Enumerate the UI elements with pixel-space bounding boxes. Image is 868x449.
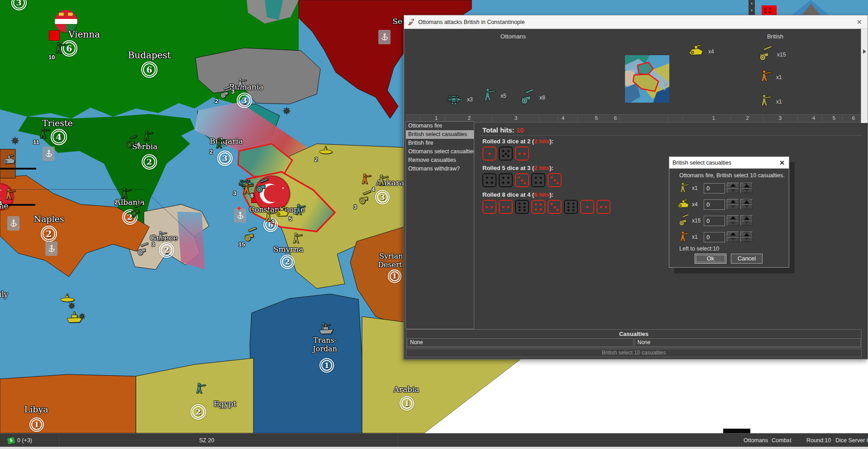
spin-min-button[interactable] bbox=[740, 237, 753, 242]
spin-down-button[interactable] bbox=[727, 221, 739, 226]
spin-min-button[interactable] bbox=[740, 204, 753, 209]
spinner-column bbox=[727, 199, 739, 210]
production-badge-value: 1 bbox=[392, 272, 397, 280]
battle-unit-inf: x1 bbox=[755, 93, 774, 110]
spin-min-button[interactable] bbox=[740, 188, 753, 193]
map-unit-inf[interactable]: 6 bbox=[138, 129, 156, 145]
port-cross-icon: ✚ bbox=[237, 205, 241, 212]
ruler-line bbox=[763, 115, 763, 122]
casualty-quantity-input[interactable] bbox=[704, 216, 725, 226]
ruler-number: 5 bbox=[595, 115, 598, 121]
map-unit-inf[interactable]: 4 bbox=[373, 173, 391, 190]
map-unit-inf[interactable] bbox=[288, 232, 305, 247]
die-1-hit bbox=[482, 147, 496, 161]
spin-down-button[interactable] bbox=[727, 204, 739, 209]
battle-unit-plane: x3 bbox=[443, 90, 465, 110]
unit-count: 6 bbox=[137, 141, 140, 148]
map-unit-inf[interactable] bbox=[191, 382, 208, 397]
cancel-button[interactable]: Cancel bbox=[731, 254, 763, 264]
die-pip bbox=[486, 181, 488, 184]
casualty-quantity-input[interactable] bbox=[704, 183, 725, 194]
map-scroll-chevrons[interactable]: ‹› bbox=[749, 0, 755, 15]
production-badge-value: 3 bbox=[16, 0, 22, 7]
die-pip bbox=[535, 203, 537, 206]
spin-max-button[interactable] bbox=[740, 199, 753, 204]
die-pip bbox=[507, 177, 509, 179]
battle-step-item[interactable]: British select casualties bbox=[406, 130, 474, 139]
up-arrow-icon bbox=[730, 232, 736, 236]
down-min-icon bbox=[744, 205, 749, 208]
production-badge-value: 2 bbox=[164, 246, 169, 255]
casualties-right-panel[interactable]: None bbox=[634, 338, 861, 347]
map-unit-inf[interactable]: 3 bbox=[153, 230, 169, 245]
territory-label: Naples bbox=[33, 214, 64, 224]
ruler-line bbox=[730, 115, 731, 122]
map-unit-art[interactable] bbox=[133, 242, 151, 259]
die-pip bbox=[518, 176, 520, 178]
ruler-line bbox=[492, 115, 492, 122]
map-unit-mine[interactable] bbox=[9, 136, 21, 147]
ruler-number: 6 bbox=[614, 115, 617, 121]
battle-step-item[interactable]: Ottomans fire bbox=[406, 122, 474, 130]
spin-down-button[interactable] bbox=[727, 237, 739, 242]
battle-dialog-icon bbox=[408, 19, 415, 26]
down-min-icon bbox=[744, 189, 749, 192]
close-icon[interactable]: ✕ bbox=[779, 159, 785, 166]
casualties-left-panel[interactable]: None bbox=[407, 338, 634, 347]
die-pip bbox=[505, 152, 507, 155]
ruler-line bbox=[577, 115, 578, 122]
territory-label: Arabia bbox=[394, 385, 420, 394]
map-unit-inf[interactable]: 4 bbox=[0, 187, 18, 204]
ok-button[interactable]: Ok bbox=[695, 254, 726, 264]
casualty-quantity-input[interactable] bbox=[704, 199, 725, 210]
spin-up-button[interactable] bbox=[727, 232, 739, 236]
spin-up-button[interactable] bbox=[727, 215, 739, 220]
spin-max-button[interactable] bbox=[740, 215, 753, 220]
die-pip bbox=[523, 203, 525, 205]
map-unit-art[interactable] bbox=[127, 203, 145, 220]
map-unit-inf[interactable]: 3 bbox=[233, 77, 249, 92]
spinner-column bbox=[727, 183, 739, 194]
map-unit-art[interactable]: 15 bbox=[240, 227, 260, 245]
casualty-count-label: x1 bbox=[692, 185, 704, 191]
spin-up-button[interactable] bbox=[727, 199, 739, 204]
casualty-quantity-input[interactable] bbox=[704, 232, 725, 242]
map-unit-mine[interactable] bbox=[77, 312, 87, 322]
die-3-hit bbox=[515, 173, 529, 187]
map-unit-tank[interactable] bbox=[0, 153, 18, 170]
battle-step-item[interactable]: British fire bbox=[406, 139, 474, 147]
die-pip bbox=[568, 203, 570, 205]
status-bar: $ 0 (+3) SZ 20 Ottomans Combat ★ Round:1… bbox=[0, 433, 868, 447]
spin-max-button[interactable] bbox=[740, 232, 753, 236]
map-unit-inf[interactable]: 10 bbox=[50, 41, 69, 58]
map-unit-inf[interactable]: 2 bbox=[211, 137, 228, 152]
spin-max-button[interactable] bbox=[740, 183, 753, 188]
die-pip bbox=[535, 177, 537, 179]
battle-dialog-titlebar[interactable]: Ottomans attacks British in Constantinop… bbox=[404, 15, 868, 29]
spin-up-button[interactable] bbox=[727, 183, 739, 188]
map-unit-mine[interactable] bbox=[66, 301, 77, 312]
map-unit-inf[interactable] bbox=[260, 209, 278, 226]
map-unit-art[interactable]: 3 bbox=[355, 190, 374, 208]
units-panel-scrollbar[interactable] bbox=[861, 29, 868, 123]
map-unit-inf[interactable]: 2 bbox=[116, 186, 134, 203]
die-2-hit bbox=[515, 147, 529, 161]
spin-down-button[interactable] bbox=[727, 188, 739, 193]
production-badge-value: 1 bbox=[34, 421, 39, 429]
battle-unit-count: x3 bbox=[467, 96, 473, 103]
map-unit-inf[interactable] bbox=[238, 182, 256, 199]
map-unit-ship[interactable] bbox=[316, 320, 337, 339]
close-icon[interactable]: ✕ bbox=[856, 19, 862, 25]
select-casualties-dialog: British select casualties ✕ Ottomans fir… bbox=[669, 156, 789, 268]
map-unit-inf[interactable]: 5 bbox=[290, 203, 308, 219]
battle-step-item[interactable]: Remove casualties bbox=[406, 156, 474, 165]
battle-step-item[interactable]: Ottomans select casualties bbox=[406, 147, 474, 156]
map-unit-inf[interactable]: 11 bbox=[34, 126, 52, 143]
battle-step-item[interactable]: Ottomans withdraw? bbox=[406, 165, 474, 173]
map-unit-sub[interactable]: 2 bbox=[316, 142, 336, 160]
select-dialog-titlebar[interactable]: British select casualties ✕ bbox=[669, 157, 789, 169]
map-unit-mine[interactable] bbox=[281, 106, 292, 117]
select-dialog-title: British select casualties bbox=[672, 160, 731, 166]
spin-min-button[interactable] bbox=[740, 221, 753, 226]
production-badge-value: 3 bbox=[222, 154, 228, 163]
